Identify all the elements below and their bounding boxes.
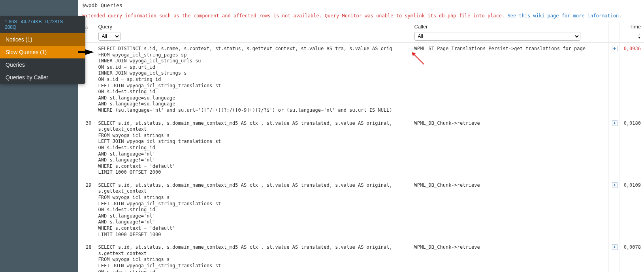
query-header-label: Query <box>98 24 408 30</box>
row-query: SELECT s.id, st.status, s.domain_name_co… <box>95 179 411 241</box>
query-filter-select[interactable]: All <box>98 32 121 41</box>
row-time: 0,0078 <box>620 241 644 272</box>
queries-table: △▽ Query All Caller All <box>78 21 644 272</box>
col-caller-header: Caller All <box>411 21 608 43</box>
sidebar-item-2[interactable]: Queries <box>0 58 85 71</box>
table-row: 28SELECT s.id, st.status, s.domain_name_… <box>78 241 644 272</box>
table-row: 29SELECT s.id, st.status, s.domain_name_… <box>78 179 644 241</box>
expand-button[interactable]: + <box>612 182 618 188</box>
sidebar-item-1[interactable]: Slow Queries (1) <box>0 46 85 58</box>
row-query: SELECT DISTINCT s.id, s.name, s.context,… <box>95 43 411 117</box>
col-expand-header <box>608 21 620 43</box>
main-panel: $wpdb Queries Extended query information… <box>78 0 644 272</box>
row-expand-cell: + <box>608 241 620 272</box>
col-query-header: Query All <box>95 21 411 43</box>
row-index: 29 <box>78 179 95 241</box>
row-query: SELECT s.id, st.status, s.domain_name_co… <box>95 241 411 272</box>
stat-query-count: 208Q <box>5 24 16 30</box>
sort-time-icon[interactable]: △▼ <box>638 32 641 39</box>
row-expand-cell: + <box>608 179 620 241</box>
row-index: 28 <box>78 241 95 272</box>
time-header-label: Time <box>630 24 641 30</box>
row-time: 0,0109 <box>620 179 644 241</box>
expand-button[interactable]: + <box>612 46 618 51</box>
row-caller: WPML_ST_Page_Translations_Persist->get_t… <box>411 43 608 117</box>
stat-memory: 44.274KB <box>21 19 42 24</box>
table-row: 30SELECT s.id, st.status, s.domain_name_… <box>78 117 644 179</box>
expand-button[interactable]: + <box>612 244 618 250</box>
caller-header-label: Caller <box>414 24 605 30</box>
col-time-header[interactable]: Time △▼ <box>620 21 644 43</box>
row-time: 0,0936 <box>620 43 644 117</box>
sidebar-stats: 1,66S 44.274KB 0,2281S 208Q <box>0 16 85 33</box>
caller-filter-select[interactable]: All <box>414 32 580 41</box>
warning-bar: Extended query information such as the c… <box>78 11 644 21</box>
expand-button[interactable]: + <box>612 120 618 126</box>
panel-title: $wpdb Queries <box>78 0 644 11</box>
warning-text: Extended query information such as the c… <box>82 13 507 19</box>
row-caller: WPML_DB_Chunk->retrieve <box>411 117 608 179</box>
row-caller: WPML_DB_Chunk->retrieve <box>411 179 608 241</box>
stat-time-total: 1,66S <box>5 19 17 24</box>
stat-time-db: 0,2281S <box>45 19 63 24</box>
sidebar-item-3[interactable]: Queries by Caller <box>0 71 85 84</box>
row-time: 0,0180 <box>620 117 644 179</box>
row-index: 30 <box>78 117 95 179</box>
row-caller: WPML_DB_Chunk->retrieve <box>411 241 608 272</box>
table-row: SELECT DISTINCT s.id, s.name, s.context,… <box>78 43 644 117</box>
row-expand-cell: + <box>608 43 620 117</box>
warning-link[interactable]: See this wiki page for more information. <box>507 13 621 19</box>
row-query: SELECT s.id, st.status, s.domain_name_co… <box>95 117 411 179</box>
query-monitor-sidebar: 1,66S 44.274KB 0,2281S 208Q Notices (1)S… <box>0 16 85 84</box>
pointer-arrow-icon <box>85 49 94 55</box>
row-expand-cell: + <box>608 117 620 179</box>
sidebar-item-0[interactable]: Notices (1) <box>0 33 85 46</box>
